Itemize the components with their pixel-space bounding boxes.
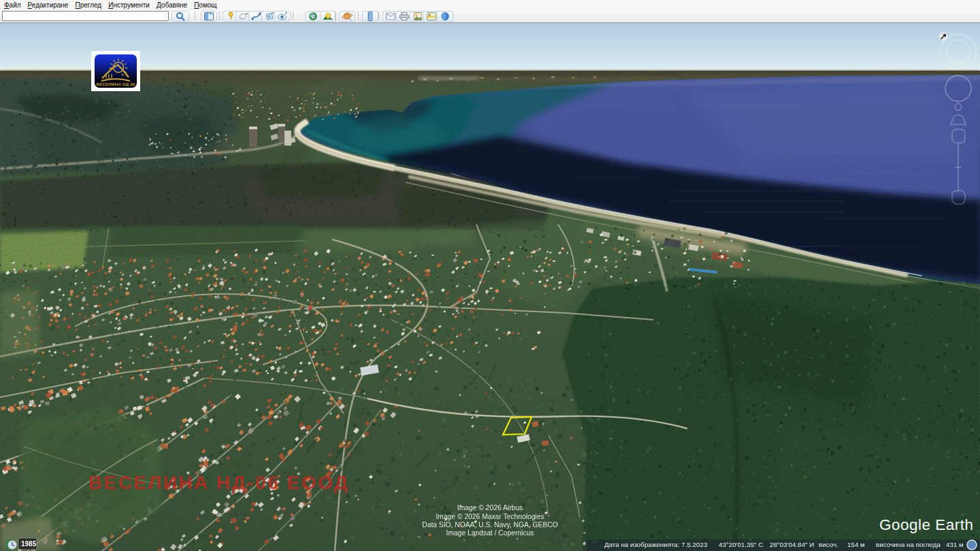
svg-text:154 м: 154 м xyxy=(847,541,865,548)
svg-text:Image © 2026 Airbus: Image © 2026 Airbus xyxy=(457,504,523,512)
svg-text:височ.: височ. xyxy=(819,541,838,548)
svg-text:431 м: 431 м xyxy=(946,541,964,548)
svg-text:1985: 1985 xyxy=(21,540,37,548)
svg-text:28°03'04.84" И: 28°03'04.84" И xyxy=(770,541,814,548)
svg-text:височина на погледа: височина на погледа xyxy=(876,541,941,548)
svg-text:ВЕСЕЛИНА НД 06: ВЕСЕЛИНА НД 06 xyxy=(97,82,135,86)
svg-text:Image Landsat / Copernicus: Image Landsat / Copernicus xyxy=(446,529,534,537)
svg-text:43°20'01.35" С: 43°20'01.35" С xyxy=(719,541,763,548)
svg-text:Image © 2026 Maxar Technologie: Image © 2026 Maxar Technologies xyxy=(436,513,544,520)
svg-text:Google Earth: Google Earth xyxy=(879,516,974,533)
svg-text:ВЕСЕЛИНА НД-06 ЕООД: ВЕСЕЛИНА НД-06 ЕООД xyxy=(88,472,350,493)
svg-text:Data SIO, NOAA, U.S. Navy, NGA: Data SIO, NOAA, U.S. Navy, NGA, GEBCO xyxy=(422,521,558,529)
svg-text:Дата на изображенията: 7.5.202: Дата на изображенията: 7.5.2023 xyxy=(604,541,708,548)
